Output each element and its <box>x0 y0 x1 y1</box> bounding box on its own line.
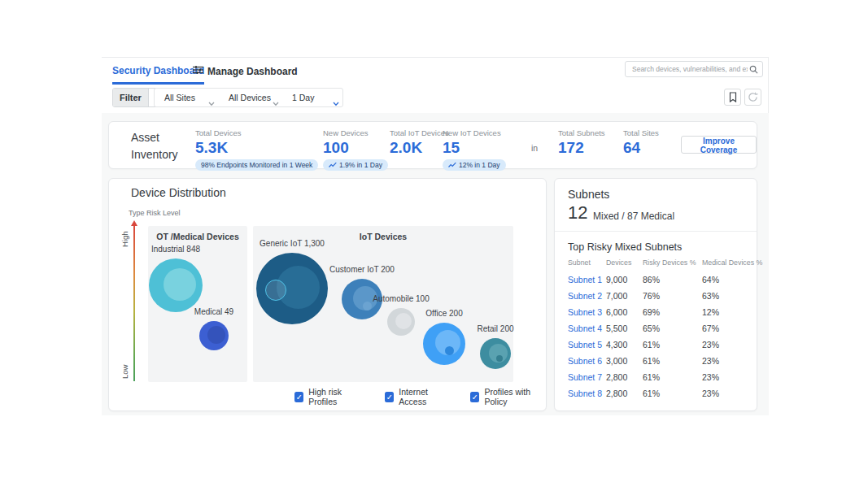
tab-security-dashboard[interactable]: Security Dashboard <box>112 65 204 85</box>
subnet-link[interactable]: Subnet 1 <box>568 275 606 291</box>
subnets-count-suffix: Mixed / 87 Medical <box>593 211 674 222</box>
subnets-card: Subnets 12 Mixed / 87 Medical Top Risky … <box>554 178 757 411</box>
col-header-subnet: Subnet <box>568 258 606 275</box>
table-cell: 6,000 <box>606 307 643 324</box>
bubble-medical[interactable] <box>199 321 229 350</box>
table-cell: 63% <box>702 291 757 307</box>
bubble-label-industrial: Industrial 848 <box>119 245 233 254</box>
asset-inventory-card: Asset Inventory Total Devices 5.3K 98% E… <box>108 121 757 169</box>
sliders-icon <box>193 65 203 77</box>
table-cell: 23% <box>702 340 757 356</box>
sites-dropdown[interactable]: All Sites <box>164 89 195 106</box>
device-distribution-card: Device Distribution Type Risk Level High… <box>108 178 547 411</box>
metric-value: 100 <box>323 139 368 157</box>
bookmark-icon <box>729 92 737 102</box>
table-cell: 61% <box>643 356 702 372</box>
trend-icon <box>448 162 456 168</box>
top-risky-subnets-title: Top Risky Mixed Subnets <box>568 241 682 253</box>
table-cell: 76% <box>643 291 702 307</box>
bubble-dot <box>496 355 503 362</box>
subnet-link[interactable]: Subnet 6 <box>568 356 606 372</box>
bubble-layer: Industrial 848Medical 49Generic IoT 1,30… <box>109 179 546 410</box>
bubble-label-automobile: Automobile 100 <box>344 294 458 303</box>
badge-text: 12% in 1 Day <box>459 161 500 169</box>
table-cell: 65% <box>643 324 702 340</box>
search-icon <box>749 65 758 74</box>
metric-label: Total IoT Devices <box>390 128 449 137</box>
in-label: in <box>531 143 538 153</box>
subnet-link[interactable]: Subnet 2 <box>568 291 606 307</box>
metric-label: Total Subnets <box>558 128 605 137</box>
bubble-label-retail: Retail 200 <box>438 324 552 333</box>
checkbox-profiles-with-policy[interactable]: ✓ Profiles with Policy <box>470 387 546 406</box>
search-input[interactable] <box>626 63 749 76</box>
table-cell: 69% <box>643 307 702 324</box>
chevron-down-icon[interactable] <box>208 95 215 110</box>
checkbox-internet-access[interactable]: ✓ Internet Access <box>385 387 449 406</box>
table-cell: 2,800 <box>606 389 643 405</box>
trend-icon <box>329 162 337 168</box>
bubble-label-generic-iot: Generic IoT 1,300 <box>235 239 349 248</box>
metric-value: 5.3K <box>195 139 242 157</box>
subnet-link[interactable]: Subnet 8 <box>568 389 606 405</box>
bubble-label-office: Office 200 <box>387 309 501 318</box>
checkbox-checked-icon: ✓ <box>470 392 479 402</box>
timerange-dropdown[interactable]: 1 Day <box>292 89 314 106</box>
metric-value: 64 <box>623 139 659 157</box>
devices-dropdown-value: All Devices <box>229 93 271 102</box>
asset-inventory-title: Asset Inventory <box>131 129 188 163</box>
table-cell: 9,000 <box>606 275 643 291</box>
trend-badge: 12% in 1 Day <box>443 159 506 171</box>
subnets-title: Subnets <box>568 188 609 201</box>
badge-text: 98% Endpoints Monitored in 1 Week <box>201 161 312 169</box>
subnet-link[interactable]: Subnet 7 <box>568 372 606 389</box>
bubble-label-customer-iot: Customer IoT 200 <box>305 265 419 274</box>
refresh-icon <box>748 92 758 102</box>
bubble-retail[interactable] <box>480 338 511 369</box>
col-header-medical: Medical Devices % <box>702 258 757 275</box>
metric-new-iot-devices: New IoT Devices 15 12% in 1 Day <box>443 128 501 157</box>
improve-coverage-button[interactable]: Improve Coverage <box>681 136 757 154</box>
metric-value: 15 <box>443 139 501 157</box>
subnet-link[interactable]: Subnet 4 <box>568 324 606 340</box>
metric-value: 2.0K <box>390 139 449 157</box>
profile-filters: ✓ High risk Profiles ✓ Internet Access ✓… <box>294 387 546 406</box>
checkbox-label: High risk Profiles <box>308 387 364 406</box>
refresh-button[interactable] <box>744 89 761 106</box>
table-cell: 2,800 <box>606 372 643 389</box>
table-cell: 64% <box>702 275 757 291</box>
bubble-inner-circle <box>207 326 225 344</box>
subnet-link[interactable]: Subnet 5 <box>568 340 606 356</box>
filter-button[interactable]: Filter <box>113 89 149 106</box>
metric-label: Total Sites <box>623 128 659 137</box>
checkbox-label: Profiles with Policy <box>484 387 546 406</box>
table-cell: 67% <box>702 324 757 340</box>
metric-total-iot-devices: Total IoT Devices 2.0K <box>390 128 449 157</box>
bubble-inner-circle <box>164 268 196 301</box>
table-cell: 61% <box>643 340 702 356</box>
col-header-devices: Devices <box>606 258 643 275</box>
subnet-link[interactable]: Subnet 3 <box>568 307 606 324</box>
table-cell: 86% <box>643 275 702 291</box>
metric-new-devices: New Devices 100 1.9% in 1 Day <box>323 128 368 157</box>
bubble-label-medical: Medical 49 <box>157 307 271 316</box>
bubble-generic-iot[interactable] <box>256 253 328 324</box>
global-search <box>625 61 763 77</box>
table-cell: 12% <box>702 307 757 324</box>
metric-value: 172 <box>558 139 605 157</box>
chevron-down-icon[interactable] <box>273 95 279 110</box>
bubble-industrial[interactable] <box>149 258 203 312</box>
subnets-table: Subnet Devices Risky Devices % Medical D… <box>568 258 757 405</box>
chevron-down-icon[interactable] <box>333 95 339 110</box>
sites-dropdown-value: All Sites <box>164 93 195 102</box>
table-cell: 5,500 <box>606 324 643 340</box>
table-cell: 3,000 <box>606 356 643 372</box>
devices-dropdown[interactable]: All Devices <box>229 89 271 106</box>
bubble-highlight-ring <box>265 280 286 301</box>
metric-total-devices: Total Devices 5.3K 98% Endpoints Monitor… <box>195 128 242 157</box>
col-header-risky: Risky Devices % <box>643 258 702 275</box>
bookmark-button[interactable] <box>724 89 741 106</box>
metric-label: New Devices <box>323 128 368 137</box>
checkbox-high-risk-profiles[interactable]: ✓ High risk Profiles <box>294 387 364 406</box>
tab-manage-dashboard[interactable]: Manage Dashboard <box>193 65 298 77</box>
